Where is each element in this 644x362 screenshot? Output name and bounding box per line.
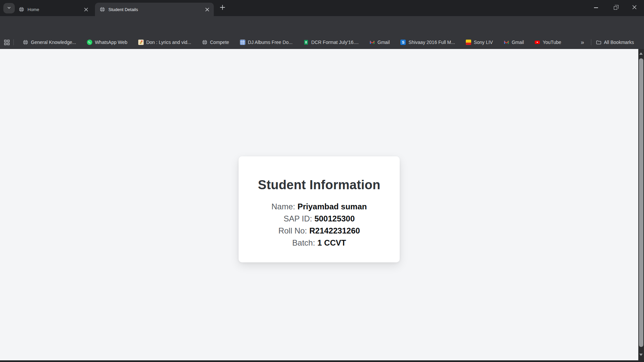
globe-icon xyxy=(100,7,105,12)
bookmark-label: Don : Lyrics and vid... xyxy=(146,40,191,45)
field-value: Priyambad suman xyxy=(297,202,367,211)
bookmark-label: Compete xyxy=(210,40,229,45)
bookmark-dcr-format[interactable]: DCR Format July'16.... xyxy=(303,40,359,45)
divider xyxy=(13,39,14,45)
close-tab-icon[interactable] xyxy=(204,6,210,13)
tab-student-details[interactable]: Student Details xyxy=(95,3,214,16)
window-restore-button[interactable] xyxy=(606,0,625,15)
bookmark-label: YouTube xyxy=(543,40,561,45)
restore-icon xyxy=(614,6,617,10)
vertical-scrollbar[interactable] xyxy=(638,49,644,360)
new-tab-button[interactable] xyxy=(217,3,228,13)
field-value: R2142231260 xyxy=(309,226,360,235)
apps-grid-icon[interactable] xyxy=(4,40,10,45)
page-viewport: Student Information Name:Priyambad suman… xyxy=(0,49,638,360)
bookmark-whatsapp-web[interactable]: WhatsApp Web xyxy=(87,40,128,45)
bookmarks-bar-right: » All Bookmarks xyxy=(579,36,634,49)
bookmark-label: DJ Albums Free Do... xyxy=(248,40,293,45)
bookmark-label: Gmail xyxy=(378,40,390,45)
minimize-icon xyxy=(594,7,598,8)
youtube-icon xyxy=(535,40,540,45)
globe-icon xyxy=(202,40,207,45)
bookmark-gmail-1[interactable]: Gmail xyxy=(369,40,390,45)
field-roll-no: Roll No:R2142231260 xyxy=(239,225,400,237)
bookmark-label: WhatsApp Web xyxy=(95,40,128,45)
bookmark-compete[interactable]: Compete xyxy=(202,40,229,45)
scroll-down-icon[interactable] xyxy=(639,354,643,356)
all-bookmarks-label: All Bookmarks xyxy=(604,40,634,45)
field-name: Name:Priyambad suman xyxy=(239,201,400,213)
page-title: Student Information xyxy=(239,177,400,193)
field-label: Batch: xyxy=(292,238,315,247)
bookmark-label: Gmail xyxy=(512,40,524,45)
bookmark-label: Shivaay 2016 Full M... xyxy=(408,40,455,45)
bookmark-sony-liv[interactable]: Sony LIV xyxy=(466,40,493,45)
chevron-down-icon xyxy=(7,5,11,11)
browser-toolbar: localhost:8083 xyxy=(0,16,644,36)
window-bottom-edge xyxy=(0,360,644,362)
window-close-button[interactable] xyxy=(625,0,644,15)
don-thumbnail-icon xyxy=(138,40,144,45)
bookmark-dj-albums[interactable]: DJ Albums Free Do... xyxy=(240,40,293,45)
field-value: 1 CCVT xyxy=(317,238,346,247)
bookmark-gmail-2[interactable]: Gmail xyxy=(504,40,524,45)
all-bookmarks-button[interactable]: All Bookmarks xyxy=(596,40,634,45)
tab-strip: Home Student Details xyxy=(0,0,644,16)
whatsapp-icon xyxy=(87,40,92,45)
sonyliv-icon xyxy=(466,40,471,45)
green-sheet-icon xyxy=(303,40,309,45)
field-label: Name: xyxy=(271,202,295,211)
tab-search-button[interactable] xyxy=(3,3,15,13)
bookmark-don-lyrics[interactable]: Don : Lyrics and vid... xyxy=(138,40,191,45)
bookmarks-overflow-chevron[interactable]: » xyxy=(579,39,586,46)
close-tab-icon[interactable] xyxy=(83,6,89,13)
gmail-icon xyxy=(504,40,509,45)
field-batch: Batch:1 CCVT xyxy=(239,237,400,249)
scroll-up-icon[interactable] xyxy=(639,52,643,55)
bookmark-shivaay[interactable]: S Shivaay 2016 Full M... xyxy=(400,40,455,45)
bookmark-label: DCR Format July'16.... xyxy=(311,40,359,45)
divider xyxy=(591,39,591,45)
globe-icon xyxy=(23,40,28,45)
globe-icon xyxy=(19,7,24,12)
gmail-icon xyxy=(369,40,375,45)
bookmarks-bar: General Knowledge... WhatsApp Web Don : … xyxy=(0,36,644,49)
scrollbar-thumb[interactable] xyxy=(639,58,643,347)
field-label: SAP ID: xyxy=(284,214,312,223)
student-fields: Name:Priyambad suman SAP ID:500125300 Ro… xyxy=(239,201,400,249)
blue-s-icon: S xyxy=(400,40,406,45)
bookmark-youtube[interactable]: YouTube xyxy=(535,40,561,45)
tab-home[interactable]: Home xyxy=(14,3,93,16)
tab-title: Home xyxy=(28,7,83,12)
field-label: Roll No: xyxy=(278,226,307,235)
bookmark-label: Sony LIV xyxy=(474,40,493,45)
close-icon xyxy=(632,5,637,11)
field-sap-id: SAP ID:500125300 xyxy=(239,213,400,225)
bookmark-general-knowledge[interactable]: General Knowledge... xyxy=(23,40,76,45)
blue-grid-icon xyxy=(240,40,245,45)
folder-icon xyxy=(596,40,601,45)
window-minimize-button[interactable] xyxy=(586,0,606,15)
bookmark-label: General Knowledge... xyxy=(31,40,76,45)
tab-title: Student Details xyxy=(108,7,204,12)
plus-icon xyxy=(220,5,225,11)
field-value: 500125300 xyxy=(314,214,355,223)
student-info-card: Student Information Name:Priyambad suman… xyxy=(239,156,400,262)
